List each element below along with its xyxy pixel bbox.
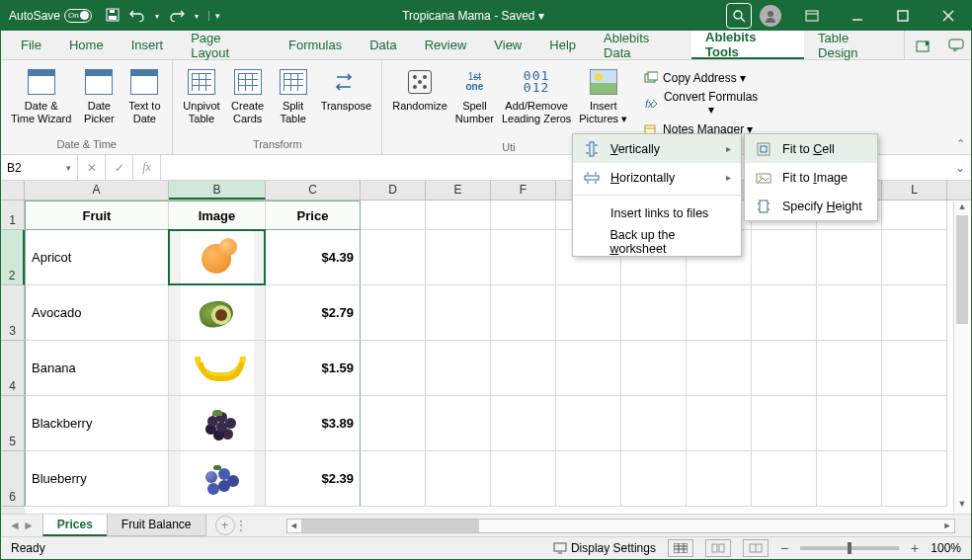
cell[interactable]	[426, 230, 491, 285]
zoom-slider[interactable]	[800, 546, 899, 550]
fruit-cell[interactable]: Avocado	[25, 285, 169, 341]
cell[interactable]	[817, 285, 882, 341]
ribbon-button[interactable]: DatePicker	[77, 64, 121, 136]
ribbon-tab-data[interactable]: Data	[356, 31, 410, 59]
zoom-out-icon[interactable]: −	[780, 540, 788, 556]
cell[interactable]	[491, 396, 556, 451]
cell[interactable]	[491, 230, 556, 285]
cells-area[interactable]: FruitImagePriceApricot$4.39Avocado$2.79B…	[25, 200, 971, 514]
cell[interactable]	[361, 341, 426, 396]
worksheet-grid[interactable]: ABCDEFGHIJKL 123456 FruitImagePriceApric…	[1, 181, 971, 514]
menu-item[interactable]: Insert links to files	[573, 199, 741, 227]
ribbon-button[interactable]: CreateCards	[226, 64, 270, 136]
ribbon-button[interactable]: 001012Add/RemoveLeading Zeros	[498, 64, 575, 139]
close-icon[interactable]	[926, 1, 971, 31]
normal-view-icon[interactable]	[668, 539, 693, 557]
horizontal-scrollbar[interactable]: ◄ ►	[286, 519, 955, 533]
ribbon-button[interactable]: Date &Time Wizard	[7, 64, 75, 136]
collapse-ribbon-icon[interactable]: ⌃	[956, 137, 965, 150]
cell[interactable]	[361, 451, 426, 507]
cell[interactable]	[752, 285, 817, 341]
fruit-cell[interactable]: Banana	[25, 341, 169, 396]
cell[interactable]	[491, 200, 556, 230]
search-button[interactable]	[726, 3, 752, 29]
price-cell[interactable]: $4.39	[266, 230, 361, 285]
ribbon-button[interactable]: Randomize	[388, 64, 451, 139]
ribbon-tab-file[interactable]: File	[7, 31, 55, 59]
image-cell[interactable]	[169, 451, 266, 507]
ribbon-button[interactable]: UnpivotTable	[179, 64, 223, 136]
table-header-cell[interactable]: Price	[266, 200, 361, 230]
ribbon-tab-ablebits-data[interactable]: Ablebits Data	[590, 31, 691, 59]
ribbon-button[interactable]: Transpose	[317, 64, 376, 136]
cell[interactable]	[426, 396, 491, 451]
cell[interactable]	[687, 451, 752, 507]
page-break-view-icon[interactable]	[743, 539, 769, 557]
sheet-tab[interactable]: Fruit Balance	[107, 515, 206, 536]
cell[interactable]	[817, 230, 882, 285]
cell[interactable]	[361, 285, 426, 341]
enter-formula-icon[interactable]: ✓	[106, 155, 133, 180]
cell[interactable]	[426, 285, 491, 341]
image-cell[interactable]	[169, 285, 266, 341]
ribbon-tab-review[interactable]: Review	[411, 31, 481, 59]
row-header[interactable]: 6	[1, 451, 25, 507]
redo-dropdown-icon[interactable]: ▾	[195, 12, 199, 21]
row-header[interactable]: 1	[1, 200, 25, 230]
ribbon-tab-insert[interactable]: Insert	[118, 31, 178, 59]
image-cell[interactable]	[169, 230, 266, 285]
zoom-in-icon[interactable]: +	[911, 540, 919, 556]
ribbon-tab-page-layout[interactable]: Page Layout	[177, 31, 275, 59]
price-cell[interactable]: $1.59	[266, 341, 361, 396]
cell[interactable]	[687, 396, 752, 451]
cell[interactable]	[621, 285, 687, 341]
add-sheet-button[interactable]: +	[215, 516, 235, 535]
toggle-switch[interactable]: On	[64, 9, 92, 23]
ribbon-button-small[interactable]: Copy Address ▾	[637, 68, 766, 88]
menu-item[interactable]: Specify Height	[745, 192, 877, 220]
ribbon-display-icon[interactable]	[789, 1, 835, 31]
cell[interactable]	[556, 451, 621, 507]
ribbon-button[interactable]: Text toDate	[122, 64, 166, 136]
cell[interactable]	[817, 396, 882, 451]
cell[interactable]	[687, 341, 752, 396]
cell[interactable]	[882, 341, 947, 396]
image-cell[interactable]	[169, 396, 266, 451]
select-all-corner[interactable]	[1, 181, 25, 200]
sheet-tab[interactable]: Prices	[42, 515, 108, 536]
ribbon-tab-ablebits-tools[interactable]: Ablebits Tools	[691, 31, 804, 59]
cell[interactable]	[361, 396, 426, 451]
cell[interactable]	[556, 341, 621, 396]
save-icon[interactable]	[106, 8, 120, 25]
cell[interactable]	[361, 200, 426, 230]
minimize-icon[interactable]	[835, 1, 880, 31]
column-header[interactable]: A	[25, 181, 169, 200]
account-avatar[interactable]	[760, 5, 781, 27]
column-header[interactable]: C	[266, 181, 361, 200]
page-layout-view-icon[interactable]	[705, 539, 731, 557]
price-cell[interactable]: $3.89	[266, 396, 361, 451]
ribbon-tab-home[interactable]: Home	[55, 31, 118, 59]
ribbon-button[interactable]: SplitTable	[272, 64, 315, 136]
redo-icon[interactable]	[169, 8, 185, 25]
fruit-cell[interactable]: Blueberry	[25, 451, 169, 507]
fruit-cell[interactable]: Blackberry	[25, 396, 169, 451]
cell[interactable]	[752, 451, 817, 507]
menu-item[interactable]: Fit to Image	[745, 163, 877, 192]
column-header[interactable]: D	[361, 181, 426, 200]
chevron-down-icon[interactable]: ▾	[66, 163, 71, 173]
cell[interactable]	[426, 451, 491, 507]
ribbon-tab-view[interactable]: View	[480, 31, 535, 59]
display-settings-button[interactable]: Display Settings	[553, 541, 656, 555]
row-header[interactable]: 4	[1, 341, 25, 396]
cell[interactable]	[556, 285, 621, 341]
vertical-scrollbar[interactable]: ▲ ▼	[953, 201, 970, 513]
ribbon-tab-help[interactable]: Help	[535, 31, 590, 59]
fx-icon[interactable]: fx	[133, 155, 161, 180]
menu-item[interactable]: Fit to Cell	[745, 134, 877, 163]
row-header[interactable]: 5	[1, 396, 25, 451]
table-header-cell[interactable]: Image	[169, 200, 266, 230]
cell[interactable]	[882, 200, 947, 230]
qat-more-icon[interactable]: ▾	[208, 11, 220, 21]
menu-item[interactable]: Horizontally▸	[573, 163, 741, 192]
